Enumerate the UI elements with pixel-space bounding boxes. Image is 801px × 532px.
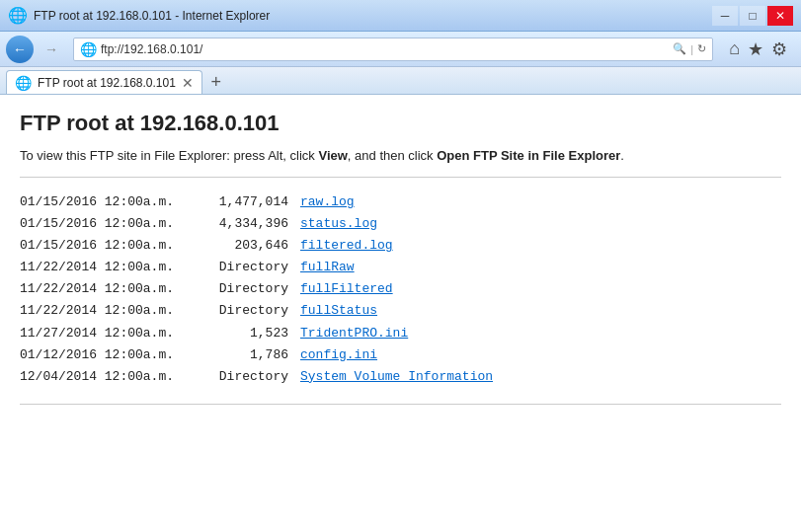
file-date: 01/12/2016 12:00a.m. xyxy=(20,344,198,366)
tab-bar: 🌐 FTP root at 192.168.0.101 ✕ + xyxy=(0,67,801,95)
back-button[interactable]: ← xyxy=(6,36,34,63)
file-row: 11/22/2014 12:00a.m.DirectoryfullStatus xyxy=(20,300,781,322)
address-globe-icon: 🌐 xyxy=(80,41,97,57)
instruction-bold-open: Open FTP Site in File Explorer xyxy=(437,148,620,163)
title-bar-controls: ─ □ ✕ xyxy=(712,6,793,26)
file-row: 11/22/2014 12:00a.m.DirectoryfullRaw xyxy=(20,257,781,278)
favorites-icon[interactable]: ★ xyxy=(748,38,763,60)
file-link[interactable]: filtered.log xyxy=(300,238,393,253)
instruction-text: To view this FTP site in File Explorer: … xyxy=(20,148,781,178)
file-link[interactable]: System Volume Information xyxy=(300,369,493,384)
file-date: 11/22/2014 12:00a.m. xyxy=(20,278,198,300)
file-size: 203,646 xyxy=(198,235,296,257)
title-bar: 🌐 FTP root at 192.168.0.101 - Internet E… xyxy=(0,0,801,32)
address-text: ftp://192.168.0.101/ xyxy=(101,42,669,56)
close-button[interactable]: ✕ xyxy=(767,6,793,26)
home-icon[interactable]: ⌂ xyxy=(729,38,740,59)
file-date: 11/22/2014 12:00a.m. xyxy=(20,300,198,322)
instruction-prefix: To view this FTP site in File Explorer: … xyxy=(20,148,318,163)
ie-logo: 🌐 xyxy=(8,6,28,25)
file-date: 12/04/2014 12:00a.m. xyxy=(20,366,198,388)
file-name[interactable]: status.log xyxy=(296,213,377,235)
tab-icon: 🌐 xyxy=(15,75,32,91)
instruction-suffix: . xyxy=(620,148,624,163)
file-name[interactable]: TridentPRO.ini xyxy=(296,323,408,344)
active-tab[interactable]: 🌐 FTP root at 192.168.0.101 ✕ xyxy=(6,70,202,94)
instruction-middle: , and then click xyxy=(348,148,437,163)
file-link[interactable]: fullStatus xyxy=(300,303,377,318)
toolbar-right: ⌂ ★ ⚙ xyxy=(721,38,795,60)
tab-close-button[interactable]: ✕ xyxy=(182,75,194,91)
title-bar-left: 🌐 FTP root at 192.168.0.101 - Internet E… xyxy=(8,6,270,25)
file-name[interactable]: fullStatus xyxy=(296,300,377,322)
file-row: 11/22/2014 12:00a.m.DirectoryfullFiltere… xyxy=(20,278,781,300)
file-name[interactable]: fullRaw xyxy=(296,257,355,278)
file-name[interactable]: System Volume Information xyxy=(296,366,493,388)
file-size: 1,477,014 xyxy=(198,191,296,213)
bottom-divider xyxy=(20,404,781,405)
address-actions: 🔍 | ↻ xyxy=(673,42,706,55)
file-row: 01/15/2016 12:00a.m.4,334,396status.log xyxy=(20,213,781,235)
file-row: 01/15/2016 12:00a.m.1,477,014raw.log xyxy=(20,191,781,213)
page-title: FTP root at 192.168.0.101 xyxy=(20,111,781,136)
address-bar[interactable]: 🌐 ftp://192.168.0.101/ 🔍 | ↻ xyxy=(73,38,713,61)
file-date: 01/15/2016 12:00a.m. xyxy=(20,213,198,235)
new-tab-button[interactable]: + xyxy=(202,70,230,94)
file-date: 01/15/2016 12:00a.m. xyxy=(20,191,198,213)
search-separator: 🔍 xyxy=(673,42,686,55)
file-name[interactable]: raw.log xyxy=(296,191,355,213)
file-size: Directory xyxy=(198,257,296,278)
tools-icon[interactable]: ⚙ xyxy=(771,38,787,60)
minimize-button[interactable]: ─ xyxy=(712,6,738,26)
tab-label: FTP root at 192.168.0.101 xyxy=(38,76,176,90)
file-link[interactable]: raw.log xyxy=(300,194,355,209)
nav-bar: ← → 🌐 ftp://192.168.0.101/ 🔍 | ↻ ⌂ ★ ⚙ xyxy=(0,32,801,67)
file-row: 01/12/2016 12:00a.m.1,786config.ini xyxy=(20,344,781,366)
maximize-button[interactable]: □ xyxy=(740,6,765,26)
file-size: Directory xyxy=(198,278,296,300)
file-name[interactable]: config.ini xyxy=(296,344,377,366)
file-link[interactable]: fullRaw xyxy=(300,260,355,274)
file-name[interactable]: fullFiltered xyxy=(296,278,393,300)
file-size: Directory xyxy=(198,300,296,322)
file-name[interactable]: filtered.log xyxy=(296,235,393,257)
file-date: 11/27/2014 12:00a.m. xyxy=(20,323,198,344)
file-link[interactable]: config.ini xyxy=(300,347,377,362)
content-area: FTP root at 192.168.0.101 To view this F… xyxy=(0,95,801,532)
file-row: 01/15/2016 12:00a.m.203,646filtered.log xyxy=(20,235,781,257)
file-size: 4,334,396 xyxy=(198,213,296,235)
file-date: 11/22/2014 12:00a.m. xyxy=(20,257,198,278)
file-size: Directory xyxy=(198,366,296,388)
file-link[interactable]: TridentPRO.ini xyxy=(300,326,408,341)
file-size: 1,786 xyxy=(198,344,296,366)
refresh-icon[interactable]: ↻ xyxy=(697,42,706,55)
file-row: 11/27/2014 12:00a.m.1,523TridentPRO.ini xyxy=(20,323,781,344)
address-divider: | xyxy=(690,43,693,55)
file-listing: 01/15/2016 12:00a.m.1,477,014raw.log01/1… xyxy=(20,191,781,388)
file-row: 12/04/2014 12:00a.m.DirectorySystem Volu… xyxy=(20,366,781,388)
file-size: 1,523 xyxy=(198,323,296,344)
file-link[interactable]: status.log xyxy=(300,216,377,231)
forward-button[interactable]: → xyxy=(38,36,65,63)
file-date: 01/15/2016 12:00a.m. xyxy=(20,235,198,257)
instruction-bold-view: View xyxy=(318,148,347,163)
title-bar-title: FTP root at 192.168.0.101 - Internet Exp… xyxy=(34,9,270,23)
file-link[interactable]: fullFiltered xyxy=(300,281,393,296)
